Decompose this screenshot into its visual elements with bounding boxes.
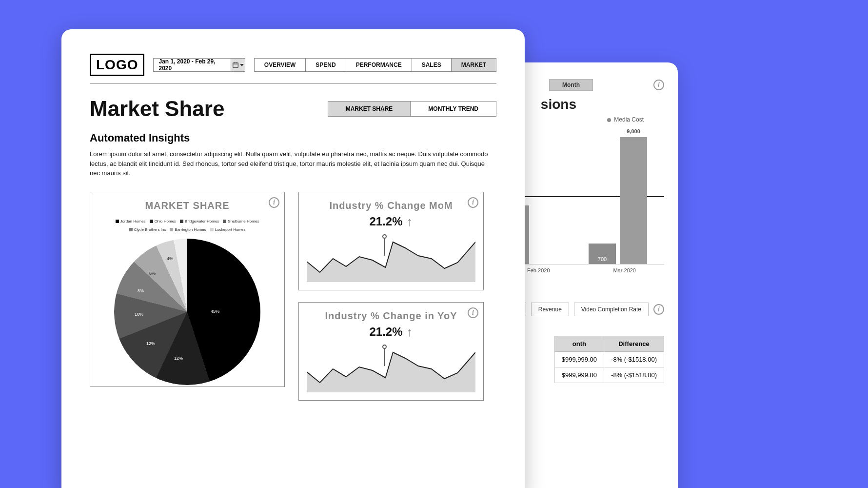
calendar-icon[interactable] (231, 59, 244, 71)
view-toggle: MARKET SHARE MONTHLY TREND (328, 101, 496, 117)
page-title: Market Share (90, 97, 328, 121)
back-data-table: onth Difference $999,999.00-8% (-$1518.0… (554, 336, 664, 383)
insights-heading: Automated Insights (90, 132, 496, 144)
table-row: $999,999.00-8% (-$1518.00) (554, 352, 664, 367)
mom-change-tile: i Industry % Change MoM 21.2% ↑ (298, 192, 484, 290)
pie-chart: 45% 12% 12% 10% 8% 6% 4% (114, 239, 260, 385)
bar-mar-small: 700 (589, 244, 616, 264)
table-header: onth (554, 336, 604, 352)
toggle-monthly-trend[interactable]: MONTHLY TREND (410, 102, 496, 116)
mom-value: 21.2% ↑ (307, 214, 475, 229)
bar-mar-large: 9,000 (620, 137, 647, 264)
nav-overview[interactable]: OVERVIEW (255, 59, 306, 71)
date-range-text: Jan 1, 2020 - Feb 29, 2020 (154, 59, 231, 71)
svg-rect-0 (233, 63, 238, 67)
nav-sales[interactable]: SALES (412, 59, 452, 71)
nav-performance[interactable]: PERFORMANCE (346, 59, 412, 71)
pie-legend: Jordan Homes Ohio Homes Bridgewater Home… (98, 219, 276, 232)
mom-sparkline (307, 233, 475, 282)
info-icon[interactable]: i (653, 304, 664, 315)
arrow-up-icon: ↑ (407, 325, 413, 340)
info-icon[interactable]: i (269, 197, 279, 208)
main-dashboard-card: LOGO Jan 1, 2020 - Feb 29, 2020 OVERVIEW… (61, 29, 525, 488)
month-tab[interactable]: Month (549, 79, 593, 91)
arrow-up-icon: ↑ (407, 214, 413, 229)
toggle-market-share[interactable]: MARKET SHARE (328, 102, 411, 116)
header-bar: LOGO Jan 1, 2020 - Feb 29, 2020 OVERVIEW… (90, 54, 496, 76)
info-icon[interactable]: i (468, 197, 478, 208)
yoy-value: 21.2% ↑ (307, 325, 475, 340)
info-icon[interactable]: i (653, 80, 664, 90)
date-range-picker[interactable]: Jan 1, 2020 - Feb 29, 2020 (153, 58, 245, 72)
tile-title: Industry % Change MoM (307, 200, 475, 211)
divider (90, 83, 496, 84)
tile-title: Industry % Change in YoY (307, 310, 475, 322)
metric-button-video-completion[interactable]: Video Completion Rate (574, 303, 649, 316)
metric-button-revenue[interactable]: Revenue (531, 303, 569, 316)
table-row: $999,999.00-8% (-$1518.00) (554, 367, 664, 383)
logo: LOGO (90, 54, 144, 76)
info-icon[interactable]: i (468, 307, 478, 318)
nav-market[interactable]: MARKET (452, 59, 496, 71)
table-header: Difference (604, 336, 664, 352)
tile-title: MARKET SHARE (98, 200, 276, 211)
nav-spend[interactable]: SPEND (306, 59, 346, 71)
insights-description: Lorem ipsum dolor sit amet, consectetur … (90, 149, 490, 178)
main-nav: OVERVIEW SPEND PERFORMANCE SALES MARKET (254, 58, 496, 72)
yoy-sparkline (307, 344, 475, 392)
yoy-change-tile: i Industry % Change in YoY 21.2% ↑ (298, 302, 484, 401)
chevron-down-icon (240, 64, 244, 66)
market-share-tile: i MARKET SHARE Jordan Homes Ohio Homes B… (90, 192, 285, 387)
